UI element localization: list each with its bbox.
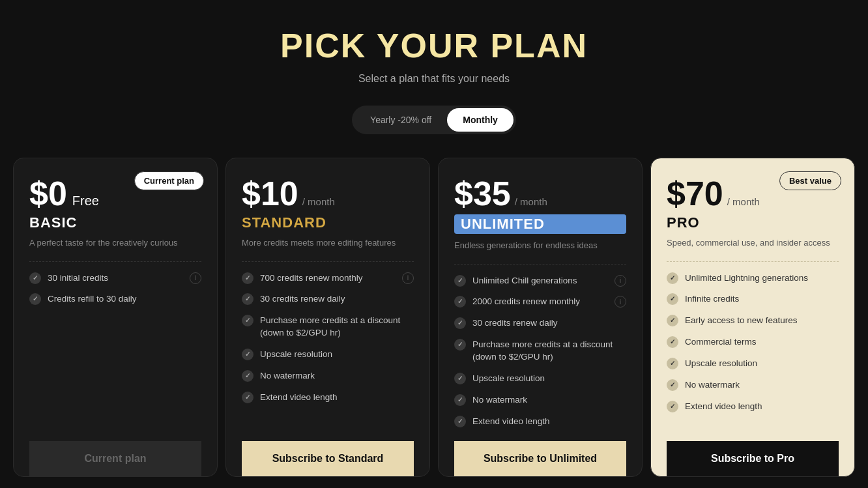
list-item: Upscale resolution [242, 349, 414, 361]
standard-features-list: 700 credits renew monthly i 30 credits r… [242, 272, 414, 428]
info-icon[interactable]: i [402, 272, 414, 284]
unlimited-price: $35 / month [454, 177, 626, 210]
info-icon[interactable]: i [615, 296, 626, 308]
feature-text: Extend video length [260, 392, 338, 404]
list-item: Unlimited Chill generations i [454, 275, 626, 287]
check-icon [667, 358, 678, 369]
unlimited-price-amount: $35 [454, 177, 511, 210]
subscribe-standard-button[interactable]: Subscribe to Standard [242, 441, 414, 476]
check-icon [454, 339, 466, 351]
list-item: Early access to new features [667, 315, 839, 327]
basic-plan-name: BASIC [29, 214, 201, 231]
check-icon [454, 394, 466, 406]
feature-text: Unlimited Lightning generations [685, 272, 808, 285]
feature-text: Extend video length [685, 401, 762, 413]
basic-price-suffix: Free [72, 194, 99, 208]
plan-card-basic: Current plan $0 Free BASIC A perfect tas… [13, 158, 218, 477]
pro-price-period: / month [727, 196, 760, 207]
list-item: 30 initial credits i [29, 272, 201, 285]
billing-toggle: Yearly -20% off Monthly [352, 106, 516, 134]
unlimited-plan-desc: Endless generations for endless ideas [454, 239, 626, 252]
unlimited-features-list: Unlimited Chill generations i 2000 credi… [454, 275, 626, 428]
check-icon [454, 275, 466, 287]
check-icon [667, 379, 678, 391]
list-item: Purchase more credits at a discount (dow… [454, 339, 626, 364]
check-icon [667, 293, 678, 305]
plans-container: Current plan $0 Free BASIC A perfect tas… [13, 158, 855, 477]
unlimited-plan-name: UNLIMITED [454, 214, 626, 234]
pro-plan-name: PRO [667, 214, 839, 231]
list-item: Extend video length [242, 392, 414, 404]
pro-plan-desc: Speed, commercial use, and insider acces… [667, 237, 839, 250]
page-title: PICK YOUR PLAN [280, 26, 588, 65]
check-icon [29, 272, 41, 284]
yearly-toggle-button[interactable]: Yearly -20% off [354, 108, 447, 132]
check-icon [454, 317, 466, 329]
list-item: 2000 credits renew monthly i [454, 296, 626, 308]
check-icon [454, 373, 466, 384]
check-icon [454, 416, 466, 427]
subscribe-pro-button[interactable]: Subscribe to Pro [667, 441, 839, 476]
current-plan-button: Current plan [29, 441, 201, 476]
feature-text: Extend video length [472, 416, 550, 428]
feature-text: Early access to new features [685, 315, 798, 327]
info-icon[interactable]: i [615, 275, 626, 287]
standard-price: $10 / month [242, 177, 414, 210]
feature-text: Upscale resolution [472, 373, 545, 385]
standard-price-period: / month [302, 196, 335, 207]
basic-features-list: 30 initial credits i Credits refill to 3… [29, 272, 201, 428]
check-icon [242, 272, 253, 284]
info-icon[interactable]: i [190, 272, 201, 284]
check-icon [667, 401, 678, 412]
best-value-badge: Best value [779, 171, 841, 190]
list-item: Infinite credits [667, 293, 839, 306]
list-item: Upscale resolution [454, 373, 626, 385]
feature-text: Upscale resolution [260, 349, 332, 361]
feature-text: 30 initial credits [48, 272, 108, 285]
check-icon [454, 296, 466, 308]
page-subtitle: Select a plan that fits your needs [358, 73, 510, 85]
check-icon [667, 272, 678, 284]
feature-text: 2000 credits renew monthly [472, 296, 580, 308]
list-item: No watermark [242, 370, 414, 382]
check-icon [667, 315, 678, 326]
unlimited-price-period: / month [515, 196, 547, 207]
list-item: Extend video length [454, 416, 626, 428]
basic-price-amount: $0 [29, 177, 67, 210]
feature-text: No watermark [260, 370, 315, 382]
list-item: Credits refill to 30 daily [29, 293, 201, 306]
list-item: Commercial terms [667, 336, 839, 349]
standard-divider [242, 261, 414, 262]
feature-text: Upscale resolution [685, 358, 757, 370]
feature-text: 30 credits renew daily [472, 317, 558, 330]
feature-text: Infinite credits [685, 293, 739, 306]
basic-plan-desc: A perfect taste for the creatively curio… [29, 237, 201, 250]
list-item: Upscale resolution [667, 358, 839, 370]
list-item: 30 credits renew daily [454, 317, 626, 330]
check-icon [667, 336, 678, 348]
plan-card-pro: Best value $70 / month PRO Speed, commer… [650, 158, 855, 477]
unlimited-divider [454, 264, 626, 265]
list-item: No watermark [667, 379, 839, 392]
feature-text: Commercial terms [685, 336, 757, 349]
current-plan-badge: Current plan [134, 171, 204, 190]
feature-text: No watermark [685, 379, 740, 392]
list-item: No watermark [454, 394, 626, 407]
subscribe-unlimited-button[interactable]: Subscribe to Unlimited [454, 441, 626, 476]
standard-plan-name: STANDARD [242, 214, 414, 231]
check-icon [242, 392, 253, 403]
pro-features-list: Unlimited Lightning generations Infinite… [667, 272, 839, 428]
check-icon [242, 370, 253, 382]
list-item: Extend video length [667, 401, 839, 413]
monthly-toggle-button[interactable]: Monthly [447, 108, 514, 132]
feature-text: Purchase more credits at a discount (dow… [260, 315, 414, 339]
check-icon [242, 315, 253, 326]
check-icon [242, 349, 253, 360]
list-item: 700 credits renew monthly i [242, 272, 414, 285]
list-item: 30 credits renew daily [242, 293, 414, 306]
feature-text: 30 credits renew daily [260, 293, 345, 306]
pro-divider [667, 261, 839, 262]
feature-text: 700 credits renew monthly [260, 272, 363, 285]
pro-price-amount: $70 [667, 177, 723, 210]
list-item: Purchase more credits at a discount (dow… [242, 315, 414, 339]
